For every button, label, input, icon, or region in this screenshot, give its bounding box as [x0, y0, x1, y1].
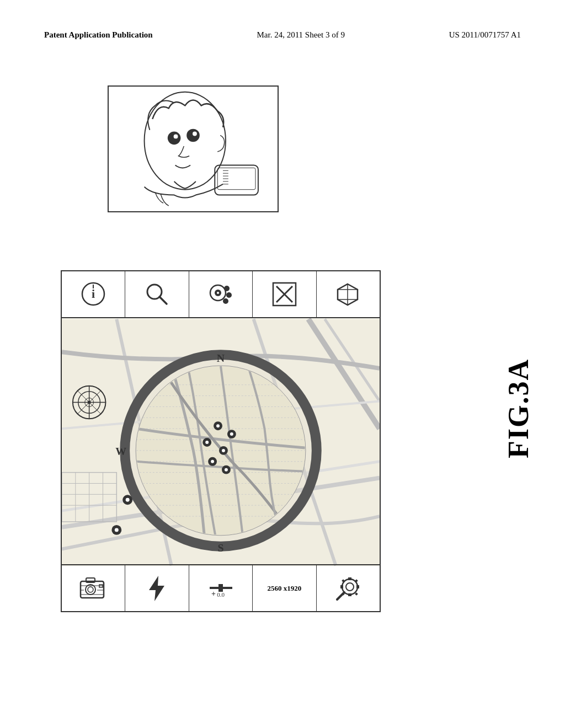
svg-point-72: [211, 460, 214, 463]
svg-text:S: S: [217, 542, 223, 554]
bottom-toolbar: + 0.0 2560 x1920: [62, 564, 380, 611]
svg-point-3: [174, 134, 178, 138]
svg-text:N: N: [217, 352, 225, 364]
svg-point-20: [217, 292, 219, 294]
figure-label: FIG.3A: [502, 358, 535, 458]
svg-rect-107: [348, 593, 351, 596]
map-area[interactable]: N S W: [62, 318, 380, 566]
person-svg: [109, 87, 278, 211]
svg-marker-99: [149, 576, 164, 601]
figure-top: [108, 85, 279, 212]
ar-camera-button[interactable]: [189, 271, 253, 317]
svg-point-2: [186, 129, 200, 142]
svg-rect-109: [356, 585, 359, 588]
figure-bottom: i: [61, 270, 381, 612]
svg-point-76: [126, 498, 130, 502]
patent-number-label: US 2011/0071757 A1: [449, 30, 521, 40]
map-svg: N S W: [62, 318, 380, 566]
svg-point-23: [223, 298, 228, 304]
svg-rect-101: [218, 584, 223, 592]
svg-rect-108: [340, 585, 343, 588]
publication-label: Patent Application Publication: [44, 30, 153, 40]
svg-text:0.0: 0.0: [217, 591, 225, 598]
search-button[interactable]: [125, 271, 189, 317]
cancel-button[interactable]: [253, 271, 316, 317]
svg-point-92: [86, 585, 95, 595]
svg-point-68: [205, 441, 209, 444]
camera-button[interactable]: [62, 565, 125, 611]
info-button[interactable]: i: [62, 271, 125, 317]
date-sheet-label: Mar. 24, 2011 Sheet 3 of 9: [257, 30, 344, 40]
svg-point-93: [88, 587, 93, 592]
svg-point-21: [224, 286, 230, 291]
svg-point-89: [88, 401, 91, 404]
svg-line-114: [337, 592, 344, 599]
svg-rect-5: [215, 165, 258, 195]
resolution-display: 2560 x1920: [253, 565, 316, 611]
3d-view-button[interactable]: [317, 271, 380, 317]
settings-button[interactable]: [317, 565, 380, 611]
svg-point-78: [115, 528, 119, 532]
svg-point-74: [225, 468, 228, 472]
svg-text:i: i: [92, 287, 95, 301]
svg-point-1: [168, 132, 181, 145]
svg-text:+: +: [211, 590, 216, 598]
svg-line-17: [159, 297, 167, 304]
svg-point-22: [226, 292, 232, 298]
top-toolbar: i: [62, 271, 380, 318]
svg-point-66: [230, 432, 233, 436]
svg-point-64: [216, 424, 220, 427]
svg-point-4: [193, 132, 197, 136]
svg-rect-106: [348, 577, 351, 580]
zoom-control[interactable]: + 0.0: [189, 565, 253, 611]
flash-button[interactable]: [125, 565, 189, 611]
svg-point-70: [222, 449, 225, 452]
svg-point-105: [346, 583, 354, 591]
svg-rect-90: [81, 581, 104, 598]
svg-text:W: W: [115, 445, 126, 457]
page-header: Patent Application Publication Mar. 24, …: [0, 30, 565, 40]
